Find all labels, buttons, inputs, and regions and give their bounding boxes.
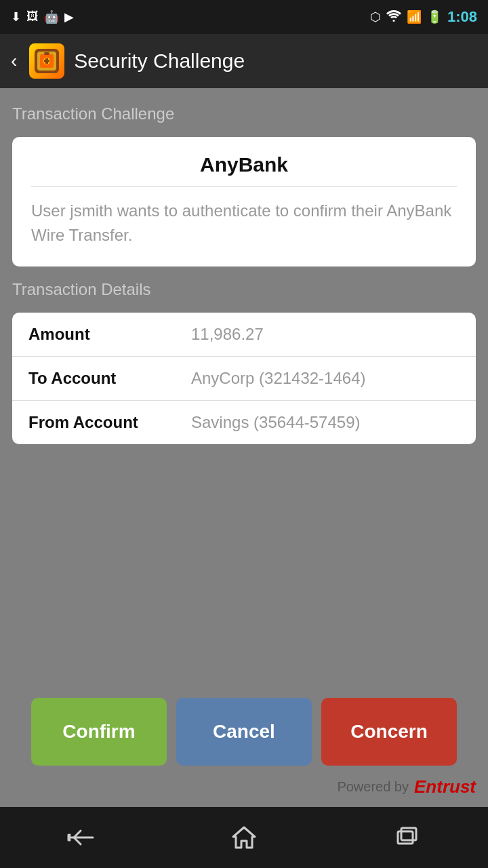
table-row: Amount 11,986.27 [12, 313, 476, 357]
concern-button[interactable]: Concern [321, 698, 457, 766]
download-icon: ⬇ [11, 9, 21, 24]
amount-value: 11,986.27 [191, 325, 264, 344]
wifi-icon [386, 9, 401, 25]
app-title: Security Challenge [74, 50, 245, 73]
cancel-button[interactable]: Cancel [176, 698, 312, 766]
svg-rect-8 [398, 831, 413, 844]
powered-by-footer: Powered by Entrust [0, 776, 488, 807]
table-row: From Account Savings (35644-57459) [12, 401, 476, 444]
entrust-brand: Entrust [414, 776, 476, 797]
recents-nav-icon[interactable] [380, 817, 434, 858]
svg-rect-7 [44, 60, 49, 62]
details-card: Amount 11,986.27 To Account AnyCorp (321… [12, 313, 476, 444]
android-icon: 🤖 [44, 9, 59, 24]
powered-by-text: Powered by [337, 779, 409, 795]
battery-icon: 🔋 [427, 9, 442, 24]
challenge-text: User jsmith wants to authenticate to con… [31, 199, 457, 248]
to-account-value: AnyCorp (321432-1464) [191, 369, 366, 388]
image-icon: 🖼 [26, 9, 39, 24]
challenge-card: AnyBank User jsmith wants to authenticat… [12, 137, 476, 267]
amount-label: Amount [28, 325, 191, 344]
main-content: Transaction Challenge AnyBank User jsmit… [0, 88, 488, 698]
table-row: To Account AnyCorp (321432-1464) [12, 357, 476, 401]
clock: 1:08 [447, 8, 477, 26]
challenge-section-header: Transaction Challenge [12, 102, 476, 126]
svg-rect-9 [401, 828, 416, 840]
svg-point-0 [392, 20, 394, 22]
back-nav-icon[interactable] [54, 817, 108, 858]
app-logo [29, 43, 64, 79]
media-icon: ▶ [64, 9, 74, 24]
from-account-label: From Account [28, 413, 191, 432]
home-nav-icon[interactable] [217, 817, 271, 858]
bank-name: AnyBank [31, 153, 457, 186]
details-section-header: Transaction Details [12, 277, 476, 302]
to-account-label: To Account [28, 369, 191, 388]
status-bar: ⬇ 🖼 🤖 ▶ ⬡ 📶 🔋 1:08 [0, 0, 488, 34]
bluetooth-icon: ⬡ [370, 9, 381, 24]
nav-bar [0, 807, 488, 868]
back-icon[interactable]: ‹ [11, 50, 17, 72]
from-account-value: Savings (35644-57459) [191, 413, 361, 432]
signal-icon: 📶 [407, 9, 422, 24]
svg-rect-4 [44, 52, 49, 55]
confirm-button[interactable]: Confirm [31, 698, 167, 766]
action-buttons: Confirm Cancel Concern [0, 698, 488, 776]
app-bar: ‹ Security Challenge [0, 34, 488, 88]
